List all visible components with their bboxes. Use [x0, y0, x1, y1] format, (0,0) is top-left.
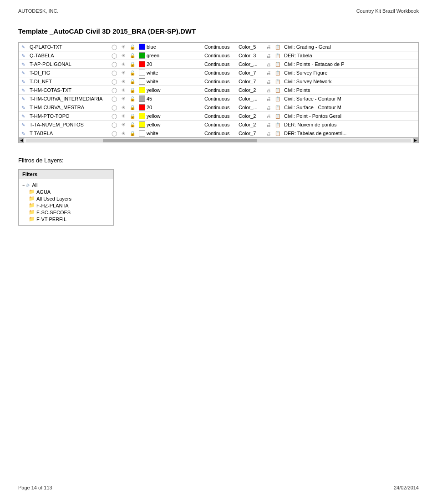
copy-icon[interactable]: 📋	[273, 121, 282, 129]
color-cell[interactable]: 20	[137, 103, 203, 112]
color-num-cell: Color_7	[237, 129, 264, 138]
copy-icon[interactable]: 📋	[273, 77, 282, 86]
print-icon[interactable]: 🖨	[264, 129, 273, 138]
print-icon[interactable]: 🖨	[264, 60, 273, 69]
bulb-icon[interactable]: ◯	[110, 95, 119, 103]
bulb-icon[interactable]: ◯	[110, 60, 119, 69]
table-row[interactable]: ✎T-TABELA◯☀🔓whiteContinuousColor_7🖨📋DER:…	[19, 129, 418, 138]
bulb-icon[interactable]: ◯	[110, 86, 119, 95]
sun-icon[interactable]: ☀	[119, 121, 128, 129]
copy-icon[interactable]: 📋	[273, 86, 282, 95]
copy-icon[interactable]: 📋	[273, 129, 282, 138]
table-row[interactable]: ✎T-AP-POLIGONAL◯☀🔓20ContinuousColor_...🖨…	[19, 60, 418, 69]
color-num-cell: Color_7	[237, 69, 264, 77]
bulb-icon[interactable]: ◯	[110, 69, 119, 77]
color-name: green	[147, 53, 159, 58]
print-icon[interactable]: 🖨	[264, 112, 273, 121]
description-cell: Civil: Grading - Geral	[282, 43, 418, 51]
print-icon[interactable]: 🖨	[264, 121, 273, 129]
copy-icon[interactable]: 📋	[273, 112, 282, 121]
table-row[interactable]: ✎T-TA-NUVEM_PONTOS◯☀🔓yellowContinuousCol…	[19, 121, 418, 129]
filter-item-label: AGUA	[36, 189, 51, 195]
bulb-icon[interactable]: ◯	[110, 77, 119, 86]
layer-name-cell: Q-TABELA	[28, 51, 110, 60]
lock-icon[interactable]: 🔓	[128, 51, 137, 60]
horizontal-scrollbar[interactable]: ◀ ▶	[19, 137, 418, 143]
sun-icon[interactable]: ☀	[119, 129, 128, 138]
table-row[interactable]: ✎T-DI_FIG◯☀🔓whiteContinuousColor_7🖨📋Civi…	[19, 69, 418, 77]
sun-icon[interactable]: ☀	[119, 51, 128, 60]
scroll-right-arrow[interactable]: ▶	[413, 138, 418, 143]
color-cell[interactable]: 45	[137, 95, 203, 103]
lock-icon[interactable]: 🔓	[128, 121, 137, 129]
print-icon[interactable]: 🖨	[264, 43, 273, 51]
edit-icon: ✎	[19, 51, 28, 60]
table-row[interactable]: ✎T-HM-CURVA_INTERMEDIARIA◯☀🔓45Continuous…	[19, 95, 418, 103]
color-cell[interactable]: yellow	[137, 121, 203, 129]
print-icon[interactable]: 🖨	[264, 51, 273, 60]
color-cell[interactable]: green	[137, 51, 203, 60]
table-row[interactable]: ✎T-HM-COTAS-TXT◯☀🔓yellowContinuousColor_…	[19, 86, 418, 95]
table-row[interactable]: ✎Q-PLATO-TXT◯☀🔓blueContinuousColor_5🖨📋Ci…	[19, 43, 418, 51]
lock-icon[interactable]: 🔓	[128, 77, 137, 86]
bulb-icon[interactable]: ◯	[110, 103, 119, 112]
lock-icon[interactable]: 🔓	[128, 129, 137, 138]
copy-icon[interactable]: 📋	[273, 43, 282, 51]
bulb-icon[interactable]: ◯	[110, 121, 119, 129]
linetype-cell: Continuous	[203, 43, 237, 51]
lock-icon[interactable]: 🔓	[128, 95, 137, 103]
lock-icon[interactable]: 🔓	[128, 43, 137, 51]
lock-icon[interactable]: 🔓	[128, 69, 137, 77]
lock-icon[interactable]: 🔓	[128, 112, 137, 121]
color-cell[interactable]: yellow	[137, 112, 203, 121]
table-row[interactable]: ✎Q-TABELA◯☀🔓greenContinuousColor_3🖨📋DER:…	[19, 51, 418, 60]
folder-icon: 📁	[29, 216, 35, 222]
bulb-icon[interactable]: ◯	[110, 112, 119, 121]
filter-tree-item[interactable]: 📁All Used Layers	[22, 195, 110, 202]
table-row[interactable]: ✎T-HM-CURVA_MESTRA◯☀🔓20ContinuousColor_.…	[19, 103, 418, 112]
color-cell[interactable]: white	[137, 129, 203, 138]
filter-tree-item[interactable]: 📁F-SC-SECOES	[22, 209, 110, 216]
color-cell[interactable]: yellow	[137, 86, 203, 95]
print-icon[interactable]: 🖨	[264, 95, 273, 103]
sun-icon[interactable]: ☀	[119, 77, 128, 86]
bulb-icon[interactable]: ◯	[110, 51, 119, 60]
sun-icon[interactable]: ☀	[119, 43, 128, 51]
scrollbar-track[interactable]	[26, 139, 411, 142]
print-icon[interactable]: 🖨	[264, 86, 273, 95]
sun-icon[interactable]: ☀	[119, 103, 128, 112]
copy-icon[interactable]: 📋	[273, 51, 282, 60]
sun-icon[interactable]: ☀	[119, 69, 128, 77]
color-cell[interactable]: 20	[137, 60, 203, 69]
print-icon[interactable]: 🖨	[264, 77, 273, 86]
lock-icon[interactable]: 🔓	[128, 86, 137, 95]
tree-expand-icon[interactable]: −	[22, 183, 25, 187]
sun-icon[interactable]: ☀	[119, 60, 128, 69]
lock-icon[interactable]: 🔓	[128, 60, 137, 69]
print-icon[interactable]: 🖨	[264, 103, 273, 112]
table-row[interactable]: ✎T-HM-PTO-TOPO◯☀🔓yellowContinuousColor_2…	[19, 112, 418, 121]
page-footer: Page 14 of 113 24/02/2014	[0, 485, 437, 490]
table-row[interactable]: ✎T-DI_NET◯☀🔓whiteContinuousColor_7🖨📋Civi…	[19, 77, 418, 86]
scroll-left-arrow[interactable]: ◀	[19, 138, 24, 143]
filter-tree-item[interactable]: 📁F-VT-PERFIL	[22, 216, 110, 222]
bulb-icon[interactable]: ◯	[110, 43, 119, 51]
color-cell[interactable]: white	[137, 69, 203, 77]
color-cell[interactable]: white	[137, 77, 203, 86]
copy-icon[interactable]: 📋	[273, 103, 282, 112]
copy-icon[interactable]: 📋	[273, 95, 282, 103]
copy-icon[interactable]: 📋	[273, 60, 282, 69]
lock-icon[interactable]: 🔓	[128, 103, 137, 112]
copy-icon[interactable]: 📋	[273, 69, 282, 77]
sun-icon[interactable]: ☀	[119, 95, 128, 103]
color-cell[interactable]: blue	[137, 43, 203, 51]
sun-icon[interactable]: ☀	[119, 112, 128, 121]
scrollbar-thumb[interactable]	[103, 139, 257, 142]
filter-tree-item[interactable]: 📁F-HZ-PLANTA	[22, 202, 110, 209]
filter-tree-item[interactable]: 📁AGUA	[22, 188, 110, 195]
template-title: Template _AutoCAD Civil 3D 2015_BRA (DER…	[0, 14, 437, 42]
bulb-icon[interactable]: ◯	[110, 129, 119, 138]
filter-tree-item[interactable]: −⛭All	[22, 182, 110, 188]
print-icon[interactable]: 🖨	[264, 69, 273, 77]
sun-icon[interactable]: ☀	[119, 86, 128, 95]
